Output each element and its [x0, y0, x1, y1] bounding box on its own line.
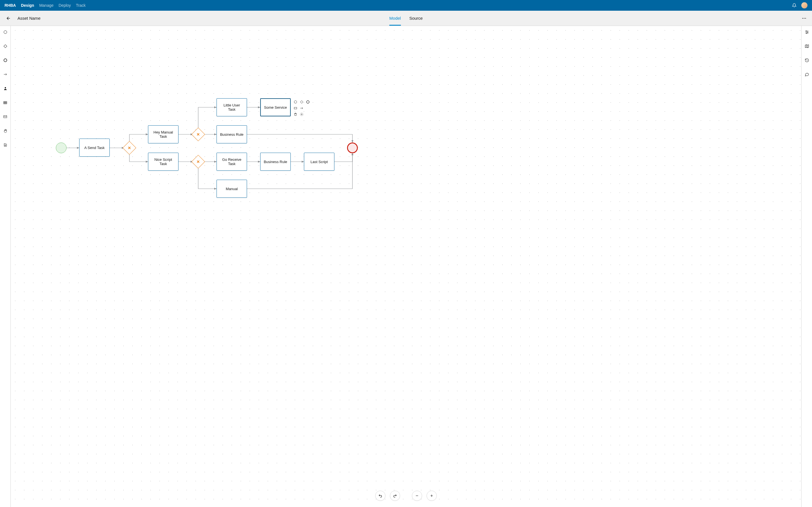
comments-icon[interactable] — [804, 71, 810, 77]
back-button[interactable] — [4, 14, 12, 22]
svg-rect-8 — [4, 115, 7, 118]
svg-point-5 — [4, 59, 7, 62]
brand: RHBA — [4, 3, 16, 8]
task-node[interactable]: Some Service — [260, 98, 291, 116]
task-node[interactable]: Manual — [216, 180, 247, 198]
svg-point-0 — [802, 18, 803, 18]
task-node[interactable]: A Send Task — [79, 138, 110, 157]
ctx-diamond-icon[interactable] — [299, 100, 304, 105]
connector[interactable] — [247, 134, 352, 143]
svg-rect-12 — [294, 107, 297, 109]
task-label: Manual — [226, 187, 238, 191]
connector[interactable] — [130, 153, 148, 162]
svg-point-1 — [804, 18, 805, 18]
task-node[interactable]: Last Script — [304, 153, 335, 171]
task-label: A Send Task — [84, 146, 105, 150]
svg-point-11 — [306, 101, 309, 103]
ctx-gear-icon[interactable] — [299, 112, 304, 117]
redo-button[interactable] — [390, 491, 400, 501]
nav-deploy[interactable]: Deploy — [59, 3, 71, 8]
end-event[interactable] — [347, 143, 358, 153]
ctx-arrow-icon[interactable] — [299, 106, 304, 111]
task-label: Hey Manual Task — [151, 130, 175, 138]
svg-point-14 — [806, 31, 807, 32]
svg-point-16 — [806, 33, 807, 34]
right-palette — [801, 26, 812, 507]
task-label: Business Rule — [264, 160, 287, 164]
ctx-circle-icon[interactable] — [293, 100, 298, 105]
ctx-trash-icon[interactable] — [293, 112, 298, 117]
task-label: Business Rule — [220, 132, 243, 136]
top-nav: RHBA Design Manage Deploy Track — [0, 0, 812, 11]
svg-point-15 — [807, 32, 808, 33]
zoom-in-button[interactable] — [426, 491, 437, 501]
nav-track[interactable]: Track — [76, 3, 86, 8]
palette-end-event-icon[interactable] — [3, 57, 8, 63]
sub-tabs: Model Source — [389, 11, 423, 25]
task-node[interactable]: Business Rule — [260, 153, 291, 171]
ctx-blank — [305, 106, 310, 111]
svg-point-6 — [4, 87, 6, 89]
zoom-bar — [375, 491, 437, 501]
svg-rect-7 — [4, 101, 7, 104]
asset-name: Asset Name — [17, 16, 41, 20]
undo-button[interactable] — [375, 491, 386, 501]
task-label: Some Service — [264, 105, 287, 110]
palette-user-icon[interactable] — [3, 86, 8, 91]
task-node[interactable]: Little User Task — [216, 98, 247, 116]
task-label: Go Receive Task — [220, 158, 244, 166]
task-label: Nice Script Task — [151, 158, 175, 166]
palette-hand-icon[interactable] — [3, 128, 8, 133]
connector[interactable] — [198, 107, 216, 129]
connector[interactable] — [198, 167, 216, 189]
sub-header: Asset Name Model Source — [0, 11, 812, 26]
start-event[interactable] — [56, 143, 66, 153]
palette-arrow-icon[interactable] — [3, 71, 8, 77]
kebab-menu[interactable] — [801, 15, 808, 22]
context-toolbar — [293, 100, 310, 117]
tab-source[interactable]: Source — [409, 11, 423, 25]
svg-point-9 — [294, 101, 297, 103]
tab-model[interactable]: Model — [389, 11, 401, 25]
connector[interactable] — [130, 134, 148, 143]
minimap-icon[interactable] — [804, 43, 810, 49]
zoom-out-button[interactable] — [412, 491, 422, 501]
avatar[interactable] — [801, 2, 808, 8]
canvas[interactable]: A Send Task✕Hey Manual TaskNice Script T… — [11, 26, 801, 507]
ctx-bold-circle-icon[interactable] — [305, 100, 310, 105]
nav-manage[interactable]: Manage — [39, 3, 54, 8]
left-palette — [0, 26, 11, 507]
task-node[interactable]: Business Rule — [216, 125, 247, 144]
svg-point-3 — [4, 31, 7, 34]
task-label: Last Script — [310, 160, 327, 164]
ctx-rect-icon[interactable] — [293, 106, 298, 111]
palette-start-event-icon[interactable] — [3, 29, 8, 35]
main: A Send Task✕Hey Manual TaskNice Script T… — [0, 26, 812, 507]
task-node[interactable]: Nice Script Task — [148, 153, 179, 171]
svg-point-2 — [805, 18, 806, 18]
svg-rect-10 — [300, 101, 303, 103]
svg-point-13 — [301, 114, 302, 115]
properties-icon[interactable] — [804, 29, 810, 35]
connector[interactable] — [335, 153, 352, 162]
palette-gateway-icon[interactable] — [3, 43, 8, 49]
task-node[interactable]: Hey Manual Task — [148, 125, 179, 144]
task-node[interactable]: Go Receive Task — [216, 153, 247, 171]
history-icon[interactable] — [804, 57, 810, 63]
nav-design[interactable]: Design — [21, 3, 34, 8]
palette-script-icon[interactable] — [3, 142, 8, 148]
bell-icon[interactable] — [791, 2, 797, 8]
palette-envelope-ic[interactable] — [3, 114, 8, 119]
task-label: Little User Task — [220, 103, 244, 112]
palette-table-icon[interactable] — [3, 100, 8, 105]
svg-rect-4 — [4, 45, 7, 48]
